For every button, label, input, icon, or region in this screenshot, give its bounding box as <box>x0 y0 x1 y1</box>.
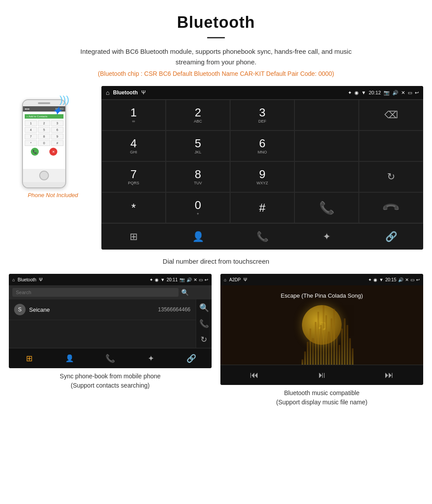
phone-screen: + Add to Contacts 1 2 3 4 5 6 7 8 9 * <box>23 112 65 169</box>
pb-bottom-nav: ⊞ 👤 📞 ✦ 🔗 <box>9 348 212 368</box>
phone-key-7: 7 <box>25 134 37 139</box>
display-empty-2 <box>359 131 423 161</box>
nav-link-icon[interactable]: 🔗 <box>359 224 423 250</box>
delete-key[interactable]: ⌫ <box>359 100 423 131</box>
key-0[interactable]: 0+ <box>166 192 230 223</box>
pb-nav-phone[interactable]: 📞 <box>90 348 130 368</box>
refresh-key[interactable]: ↻ <box>359 161 423 192</box>
key-5[interactable]: 5JKL <box>166 131 230 161</box>
viz-bar <box>328 332 330 365</box>
music-win-icon: ▭ <box>410 277 414 282</box>
nav-grid-icon[interactable]: ⊞ <box>101 224 166 250</box>
key-6[interactable]: 6MNO <box>230 131 294 161</box>
phone-home-btn <box>39 171 49 180</box>
phone-key-9: 9 <box>51 134 63 139</box>
call-button[interactable]: 📞 <box>294 192 359 223</box>
pb-nav-bt[interactable]: ✦ <box>130 348 171 368</box>
back-icon: ↩ <box>415 90 419 96</box>
music-close-icon: ✕ <box>405 277 409 282</box>
dialpad-bottom-nav: ⊞ 👤 📞 ✦ 🔗 <box>101 223 423 250</box>
viz-bar <box>304 351 306 365</box>
key-3[interactable]: 3DEF <box>230 100 294 131</box>
phone-dialpad: 1 2 3 4 5 6 7 8 9 * 0 # <box>25 120 63 146</box>
close-icon: ✕ <box>401 90 405 96</box>
key-9[interactable]: 9WXYZ <box>230 161 294 192</box>
pb-nav-link[interactable]: 🔗 <box>171 348 212 368</box>
page-header: Bluetooth Integrated with BC6 Bluetooth … <box>0 0 432 82</box>
viz-bar <box>349 338 351 365</box>
music-bt-icon: ✦ <box>368 277 372 282</box>
viz-bar <box>352 348 354 365</box>
signal-icon: ▼ <box>361 90 366 95</box>
gps-icon: ◉ <box>354 90 359 96</box>
pb-sidebar: 🔍 📞 ↻ <box>196 299 212 348</box>
camera-icon: 📷 <box>384 90 390 96</box>
pb-nav-grid[interactable]: ⊞ <box>9 348 49 368</box>
music-status-bar: ⌂ A2DP Ψ ✦ ◉ ▼ 20:15 🔊 ✕ ▭ ↩ <box>220 274 423 285</box>
pb-status-bar: ⌂ Bluetooth Ψ ✦ ◉ ▼ 20:11 📷 🔊 ✕ ▭ ↩ <box>9 274 212 285</box>
phone-illustration: ))) ✦ ●●● MOTO + Add to Contacts <box>9 86 97 198</box>
music-content: Escape (The Pina Colada Song) ♫ <box>220 285 423 365</box>
viz-bar <box>307 342 309 365</box>
music-caption: Bluetooth music compatible (Support disp… <box>220 388 423 407</box>
pb-search-action-icon[interactable]: 🔍 <box>199 303 209 313</box>
key-star[interactable]: * <box>101 192 166 223</box>
key-8[interactable]: 8TUV <box>166 161 230 192</box>
pb-nav-user[interactable]: 👤 <box>49 348 90 368</box>
home-icon: ⌂ <box>106 89 109 96</box>
bluetooth-status-icon: ✦ <box>348 90 352 96</box>
music-time: 20:15 <box>385 277 396 282</box>
viz-bar <box>312 338 314 365</box>
key-2[interactable]: 2ABC <box>166 100 230 131</box>
pb-win-icon: ▭ <box>199 277 203 282</box>
end-call-button[interactable]: 📞 <box>359 192 423 223</box>
pb-close-icon: ✕ <box>194 277 197 282</box>
bt-waves-icon: ))) <box>60 95 69 105</box>
music-usb-icon: Ψ <box>243 277 247 282</box>
viz-bar <box>323 305 324 365</box>
phone-key-8: 8 <box>38 134 50 139</box>
pb-time: 20:11 <box>167 277 178 282</box>
bluetooth-symbol-icon: ✦ <box>52 105 62 118</box>
key-hash[interactable]: # <box>230 192 294 223</box>
window-icon: ▭ <box>408 90 412 96</box>
next-track-button[interactable]: ⏭ <box>385 370 394 380</box>
phone-key-1: 1 <box>25 120 37 126</box>
viz-bar <box>325 315 327 365</box>
prev-track-button[interactable]: ⏮ <box>250 370 259 380</box>
pb-refresh-action-icon[interactable]: ↻ <box>201 335 207 344</box>
phone-key-star: * <box>25 140 37 146</box>
dial-caption: Dial number direct from touchscreen <box>163 258 269 265</box>
pb-home-icon: ⌂ <box>12 277 15 282</box>
pb-camera-icon: 📷 <box>179 277 185 282</box>
phone-not-included-label: Phone Not Included <box>28 192 78 198</box>
phone-key-6: 6 <box>51 127 63 133</box>
phone-speaker <box>38 102 50 104</box>
title-divider <box>207 37 225 38</box>
key-7[interactable]: 7PQRS <box>101 161 166 192</box>
pb-call-action-icon[interactable]: 📞 <box>199 319 209 329</box>
nav-phone-icon[interactable]: 📞 <box>230 224 294 250</box>
dial-status-bar: ⌂ Bluetooth Ψ ✦ ◉ ▼ 20:12 📷 🔊 ✕ ▭ ↩ <box>101 86 423 99</box>
key-1[interactable]: 1∞ <box>101 100 166 131</box>
page-title: Bluetooth <box>9 13 423 32</box>
phonebook-caption: Sync phone-book from mobile phone (Suppo… <box>9 372 212 390</box>
pb-inner: S Seicane 13566664466 🔍 📞 ↻ <box>9 299 212 348</box>
music-home-icon: ⌂ <box>224 277 227 282</box>
pb-title: Bluetooth <box>18 277 36 282</box>
nav-contacts-icon[interactable]: 👤 <box>166 224 230 250</box>
play-pause-button[interactable]: ⏯ <box>317 370 326 380</box>
top-section: ))) ✦ ●●● MOTO + Add to Contacts <box>9 86 423 250</box>
display-empty-3 <box>294 161 359 192</box>
viz-bar <box>317 312 319 365</box>
music-screen: ⌂ A2DP Ψ ✦ ◉ ▼ 20:15 🔊 ✕ ▭ ↩ <box>220 274 423 385</box>
pb-search-input[interactable] <box>12 288 179 297</box>
music-title: A2DP <box>229 277 241 282</box>
pb-contact-row: S Seicane 13566664466 <box>9 299 196 320</box>
phonebook-wrapper: ⌂ Bluetooth Ψ ✦ ◉ ▼ 20:11 📷 🔊 ✕ ▭ ↩ <box>9 274 212 407</box>
phone-key-4: 4 <box>25 127 37 133</box>
pb-contact-name: Seicane <box>29 306 158 313</box>
status-time: 20:12 <box>369 90 381 95</box>
key-4[interactable]: 4GHI <box>101 131 166 161</box>
nav-bluetooth-icon[interactable]: ✦ <box>294 224 359 250</box>
